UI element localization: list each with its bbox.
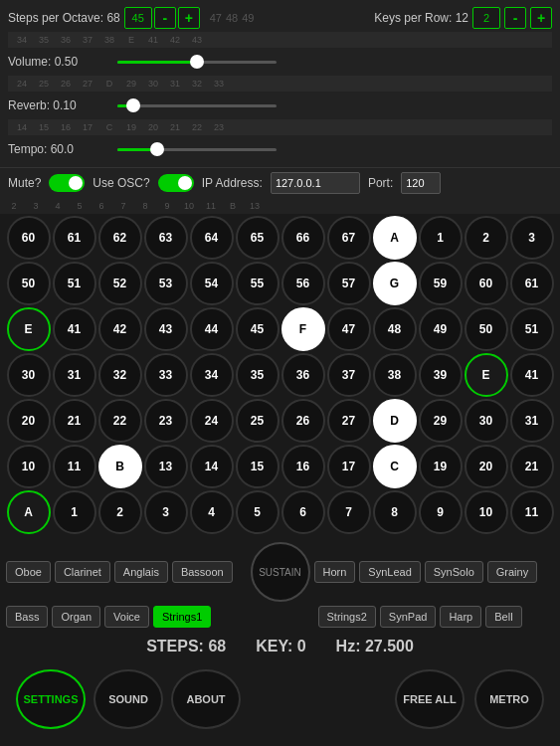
key-A-0[interactable]: A [373,216,417,260]
key-41b[interactable]: 41 [510,353,554,397]
inst-strings2[interactable]: Strings2 [318,606,376,628]
key-C[interactable]: C [373,445,417,488]
key-51[interactable]: 51 [53,262,96,305]
key-16[interactable]: 16 [281,445,325,488]
inst-strings1[interactable]: Strings1 [153,606,211,628]
key-53[interactable]: 53 [144,262,188,305]
key-11[interactable]: 11 [53,445,96,488]
mute-toggle[interactable] [49,174,85,192]
key-34[interactable]: 34 [190,353,234,397]
key-43[interactable]: 43 [144,307,188,351]
steps-minus-btn[interactable]: - [154,7,176,29]
inst-synpad[interactable]: SynPad [380,606,437,628]
key-11b[interactable]: 11 [510,490,554,534]
key-5[interactable]: 5 [236,490,280,534]
key-F[interactable]: F [281,307,325,351]
key-51b[interactable]: 51 [510,307,554,351]
key-39[interactable]: 39 [419,353,463,397]
key-1b[interactable]: 1 [53,490,96,534]
key-4[interactable]: 4 [190,490,234,534]
key-60[interactable]: 60 [7,216,51,260]
sustain-btn[interactable]: SUSTAIN [251,542,310,602]
free-all-btn[interactable]: FREE ALL [395,669,465,729]
key-30[interactable]: 30 [7,353,51,397]
key-19[interactable]: 19 [419,445,463,488]
inst-voice[interactable]: Voice [104,606,149,628]
key-8[interactable]: 8 [373,490,417,534]
key-55[interactable]: 55 [236,262,280,305]
key-D[interactable]: D [373,399,417,443]
key-21b[interactable]: 21 [510,445,554,488]
key-60b[interactable]: 60 [465,262,508,305]
key-45[interactable]: 45 [236,307,280,351]
key-2-0[interactable]: 2 [465,216,508,260]
key-22[interactable]: 22 [98,399,142,443]
key-E-2[interactable]: E [7,307,51,351]
reverb-slider[interactable] [117,104,277,107]
key-13[interactable]: 13 [144,445,188,488]
steps-plus-btn[interactable]: + [178,7,200,29]
key-2b[interactable]: 2 [98,490,142,534]
key-44[interactable]: 44 [190,307,234,351]
key-10b[interactable]: 10 [465,490,508,534]
key-61b[interactable]: 61 [510,262,554,305]
key-48[interactable]: 48 [373,307,417,351]
key-36[interactable]: 36 [281,353,325,397]
key-57[interactable]: 57 [327,262,371,305]
key-50[interactable]: 50 [7,262,51,305]
key-24[interactable]: 24 [190,399,234,443]
inst-bell[interactable]: Bell [485,606,521,628]
inst-bassoon[interactable]: Bassoon [172,561,233,583]
key-65[interactable]: 65 [236,216,280,260]
key-20b[interactable]: 20 [465,445,508,488]
key-3-0[interactable]: 3 [510,216,554,260]
key-59[interactable]: 59 [419,262,463,305]
settings-btn[interactable]: SETTINGS [16,669,86,729]
key-3b[interactable]: 3 [144,490,188,534]
inst-clarinet[interactable]: Clarinet [55,561,110,583]
key-6[interactable]: 6 [281,490,325,534]
key-31b[interactable]: 31 [510,399,554,443]
key-G[interactable]: G [373,262,417,305]
ip-input[interactable] [271,172,360,194]
key-62[interactable]: 62 [98,216,142,260]
key-29[interactable]: 29 [419,399,463,443]
key-20[interactable]: 20 [7,399,51,443]
key-41[interactable]: 41 [53,307,96,351]
key-38[interactable]: 38 [373,353,417,397]
key-31[interactable]: 31 [53,353,96,397]
key-15[interactable]: 15 [236,445,280,488]
key-61[interactable]: 61 [53,216,96,260]
key-26[interactable]: 26 [281,399,325,443]
key-27[interactable]: 27 [327,399,371,443]
key-17[interactable]: 17 [327,445,371,488]
inst-horn[interactable]: Horn [314,561,356,583]
key-7[interactable]: 7 [327,490,371,534]
inst-harp[interactable]: Harp [440,606,481,628]
key-56[interactable]: 56 [281,262,325,305]
inst-bass[interactable]: Bass [6,606,48,628]
tempo-slider[interactable] [117,148,277,151]
key-63[interactable]: 63 [144,216,188,260]
key-67[interactable]: 67 [327,216,371,260]
inst-synsolo[interactable]: SynSolo [425,561,483,583]
key-66[interactable]: 66 [281,216,325,260]
key-64[interactable]: 64 [190,216,234,260]
key-47[interactable]: 47 [327,307,371,351]
key-52[interactable]: 52 [98,262,142,305]
about-btn[interactable]: ABOUT [171,669,241,729]
keys-plus-btn[interactable]: + [530,7,552,29]
key-14[interactable]: 14 [190,445,234,488]
keys-minus-btn[interactable]: - [504,7,526,29]
inst-anglais[interactable]: Anglais [114,561,168,583]
key-B[interactable]: B [98,445,142,488]
key-54[interactable]: 54 [190,262,234,305]
sound-btn[interactable]: SOUND [93,669,163,729]
key-37[interactable]: 37 [327,353,371,397]
key-21[interactable]: 21 [53,399,96,443]
metro-btn[interactable]: METRO [474,669,544,729]
key-50b[interactable]: 50 [465,307,508,351]
inst-grainy[interactable]: Grainy [487,561,537,583]
volume-slider[interactable] [117,61,277,64]
inst-synlead[interactable]: SynLead [359,561,420,583]
